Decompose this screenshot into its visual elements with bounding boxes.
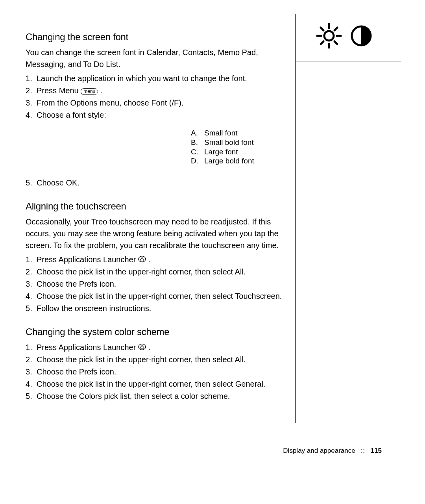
intro-aligning: Occasionally, your Treo touchscreen may … <box>26 216 287 251</box>
brightness-icon <box>315 22 343 52</box>
step-item: From the Options menu, choose Font (/F). <box>26 97 287 109</box>
font-option: Small font <box>191 128 287 138</box>
font-option: Large font <box>191 147 287 157</box>
step-item: Press Applications Launcher . <box>26 254 287 266</box>
svg-line-7 <box>321 41 323 44</box>
heading-aligning-touchscreen: Aligning the touchscreen <box>26 201 287 212</box>
step-item: Choose OK. <box>26 177 287 189</box>
steps-screen-font: Launch the application in which you want… <box>26 72 287 121</box>
font-option: Large bold font <box>191 156 287 166</box>
svg-point-0 <box>324 31 334 41</box>
sidebar-divider <box>295 14 296 423</box>
step-item: Follow the onscreen instructions. <box>26 302 287 315</box>
heading-changing-screen-font: Changing the screen font <box>26 32 287 43</box>
page-footer: Display and appearance :: 115 <box>283 447 382 455</box>
step-item: Choose the pick list in the upper-right … <box>26 290 287 302</box>
applications-launcher-icon <box>138 255 146 263</box>
font-style-options: Small font Small bold font Large font La… <box>191 128 287 166</box>
step-item: Choose the pick list in the upper-right … <box>26 354 287 366</box>
step-item: Choose the pick list in the upper-right … <box>26 378 287 390</box>
margin-icon-group <box>315 22 394 52</box>
svg-line-8 <box>334 28 337 30</box>
step-item: Choose the Colors pick list, then select… <box>26 390 287 402</box>
step-item: Press Menu menu . <box>26 85 287 97</box>
footer-page-number: 115 <box>371 447 382 454</box>
steps-aligning: Press Applications Launcher . Choose the… <box>26 254 287 315</box>
footer-separator: :: <box>360 447 365 454</box>
intro-screen-font: You can change the screen font in Calend… <box>26 46 287 70</box>
footer-chapter: Display and appearance <box>283 447 355 454</box>
steps-screen-font-continued: Choose OK. <box>26 177 287 189</box>
step-item: Choose a font style: <box>26 109 287 121</box>
sidebar-underline <box>295 61 401 61</box>
step-item: Choose the pick list in the upper-right … <box>26 266 287 278</box>
heading-color-scheme: Changing the system color scheme <box>26 326 287 337</box>
menu-button-icon: menu <box>81 88 98 95</box>
step-item: Press Applications Launcher . <box>26 341 287 354</box>
steps-color-scheme: Press Applications Launcher . Choose the… <box>26 341 287 402</box>
main-text-column: Changing the screen font You can change … <box>26 32 287 402</box>
font-option: Small bold font <box>191 138 287 147</box>
svg-line-6 <box>334 41 337 44</box>
step-item: Launch the application in which you want… <box>26 72 287 85</box>
step-item: Choose the Prefs icon. <box>26 366 287 378</box>
svg-line-5 <box>321 28 323 30</box>
applications-launcher-icon <box>138 343 146 351</box>
contrast-icon <box>350 25 372 48</box>
step-item: Choose the Prefs icon. <box>26 278 287 290</box>
